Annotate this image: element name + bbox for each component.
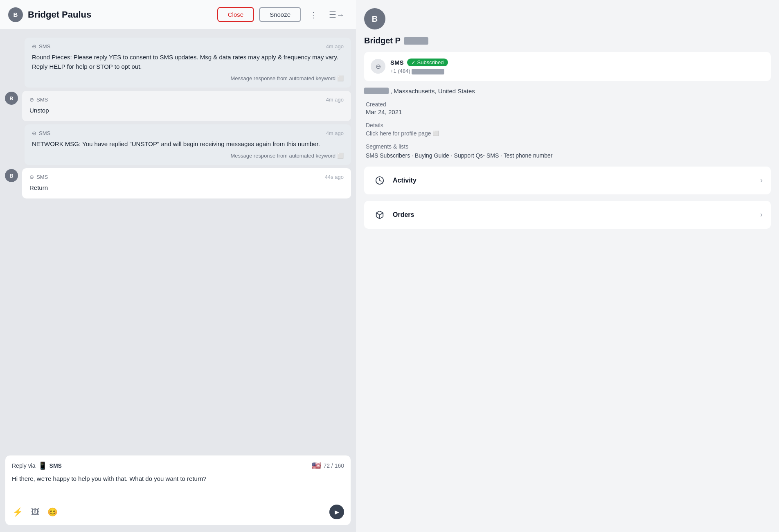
created-label: Created xyxy=(366,101,769,108)
contact-name: Bridget Paulus xyxy=(28,9,212,20)
contact-avatar-large: B xyxy=(364,8,385,29)
sms-label: SMS xyxy=(390,59,404,66)
sms-icon: ⊖ xyxy=(29,97,34,103)
orders-card[interactable]: Orders › xyxy=(364,201,771,229)
message-source: ⊖ SMS xyxy=(32,130,50,136)
external-link-icon: ⬜ xyxy=(337,75,344,81)
created-section: Created Mar 24, 2021 xyxy=(364,101,771,115)
reply-char-count: 🇺🇸 72 / 160 xyxy=(312,461,344,470)
phone-number: +1 (484) xyxy=(390,68,764,74)
quick-reply-button[interactable]: ⚡ xyxy=(12,506,24,518)
location-row: , Massachusetts, United States xyxy=(364,88,771,95)
created-date: Mar 24, 2021 xyxy=(366,108,769,115)
image-button[interactable]: 🖼 xyxy=(30,506,40,518)
sms-icon: ⊖ xyxy=(32,130,36,136)
right-panel: B Bridget P ⊖ SMS ✓ Subscribed +1 (484) xyxy=(356,0,779,532)
right-panel-header: B xyxy=(364,8,771,29)
user-message-row: B ⊖ SMS 4m ago Unstop xyxy=(5,91,351,121)
message-text: Return xyxy=(29,183,344,193)
segments-label: Segments & lists xyxy=(366,143,769,150)
message-time: 4m ago xyxy=(326,130,344,136)
list-view-button[interactable]: ☰→ xyxy=(326,8,348,21)
segments-text: SMS Subscribers · Buying Guide · Support… xyxy=(366,151,769,160)
reply-tools: ⚡ 🖼 😊 xyxy=(12,506,59,518)
flag-icon: 🇺🇸 xyxy=(312,461,321,470)
sms-channel-icon: ⊖ xyxy=(371,59,385,74)
user-avatar: B xyxy=(5,92,18,105)
details-label: Details xyxy=(366,122,769,128)
message-time: 4m ago xyxy=(326,43,344,50)
sms-channel-card: ⊖ SMS ✓ Subscribed +1 (484) xyxy=(364,52,771,81)
message-text: NETWORK MSG: You have replied "UNSTOP" a… xyxy=(32,140,344,149)
user-message-content: ⊖ SMS 4m ago Unstop xyxy=(22,91,351,121)
contact-name-row: Bridget P xyxy=(364,36,771,45)
external-link-icon: ⬜ xyxy=(337,153,344,159)
sms-icon-glyph: ⊖ xyxy=(376,63,381,70)
close-button[interactable]: Close xyxy=(217,7,254,22)
chevron-right-icon: › xyxy=(760,176,763,185)
message-text: Unstop xyxy=(29,106,344,115)
segments-section: Segments & lists SMS Subscribers · Buyin… xyxy=(364,143,771,160)
messages-area: ⊖ SMS 4m ago Round Pieces: Please reply … xyxy=(0,29,356,452)
message-bubble: ⊖ SMS 4m ago NETWORK MSG: You have repli… xyxy=(25,124,351,165)
subscribed-badge: ✓ Subscribed xyxy=(407,59,448,66)
message-time: 4m ago xyxy=(326,97,344,103)
emoji-button[interactable]: 😊 xyxy=(47,506,59,518)
message-source: ⊖ SMS xyxy=(29,97,48,103)
conversation-header: B Bridget Paulus Close Snooze ⋮ ☰→ xyxy=(0,0,356,29)
send-icon: ▶ xyxy=(335,509,339,515)
activity-icon xyxy=(372,173,387,188)
sms-info: SMS ✓ Subscribed +1 (484) xyxy=(390,59,764,74)
message-time: 44s ago xyxy=(325,174,344,180)
reply-via: Reply via 📱 SMS xyxy=(12,461,62,470)
profile-page-link[interactable]: Click here for profile page ⬜ xyxy=(366,130,769,137)
automated-keyword-link[interactable]: Message response from automated keyword … xyxy=(230,75,344,81)
location-blur xyxy=(364,88,389,94)
white-message-content: ⊖ SMS 44s ago Return xyxy=(22,168,351,198)
sms-channel-icon: 📱 xyxy=(38,461,47,470)
automated-keyword-link[interactable]: Message response from automated keyword … xyxy=(230,153,344,159)
message-bubble: ⊖ SMS 4m ago Round Pieces: Please reply … xyxy=(25,38,351,88)
reply-textarea[interactable] xyxy=(12,474,344,499)
activity-card[interactable]: Activity › xyxy=(364,167,771,194)
user-message-row: B ⊖ SMS 44s ago Return xyxy=(5,168,351,198)
external-link-icon: ⬜ xyxy=(433,131,439,136)
message-source: ⊖ SMS xyxy=(29,174,48,180)
activity-label: Activity xyxy=(393,177,754,184)
reply-channel: SMS xyxy=(50,462,62,469)
send-button[interactable]: ▶ xyxy=(329,505,344,519)
message-source: ⊖ SMS xyxy=(32,43,50,50)
user-avatar: B xyxy=(5,169,18,182)
orders-icon xyxy=(372,207,387,222)
snooze-button[interactable]: Snooze xyxy=(259,7,301,22)
avatar: B xyxy=(8,7,23,22)
phone-blur xyxy=(412,69,444,74)
check-icon: ✓ xyxy=(411,59,416,65)
contact-name-display: Bridget P xyxy=(364,36,401,45)
sms-icon: ⊖ xyxy=(29,174,34,180)
message-text: Round Pieces: Please reply YES to consen… xyxy=(32,53,344,71)
details-section: Details Click here for profile page ⬜ xyxy=(364,122,771,137)
chevron-right-icon: › xyxy=(760,210,763,219)
orders-label: Orders xyxy=(393,211,754,219)
sms-icon: ⊖ xyxy=(32,43,36,50)
reply-box: Reply via 📱 SMS 🇺🇸 72 / 160 ⚡ 🖼 😊 ▶ xyxy=(5,455,351,525)
more-options-button[interactable]: ⋮ xyxy=(306,8,321,21)
contact-name-blurred xyxy=(404,37,428,45)
